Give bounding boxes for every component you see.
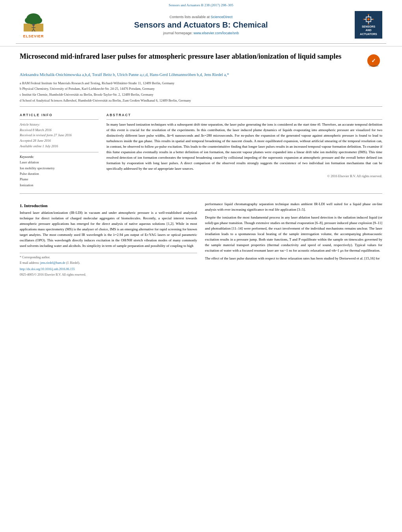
contents-line: Contents lists available at ScienceDirec… xyxy=(55,15,347,19)
available-date: Available online 1 July 2016 xyxy=(20,144,99,149)
svg-point-16 xyxy=(368,14,369,15)
svg-point-5 xyxy=(32,24,35,26)
introduction-heading: 1. Introduction xyxy=(20,203,197,208)
received-date: Received 8 March 2016 xyxy=(20,128,99,133)
journal-title: Sensors and Actuators B: Chemical xyxy=(55,20,347,30)
authors: Aleksandra Michalik-Onichimowska a,b,d, … xyxy=(20,72,382,78)
copyright: © 2016 Elsevier B.V. All rights reserved… xyxy=(106,174,382,178)
crossmark: ✓ CrossMark xyxy=(367,54,382,69)
keywords-section: Keywords: Laser ablation Ion mobility sp… xyxy=(20,155,99,188)
keyword-5: Ionization xyxy=(20,182,99,188)
svg-point-4 xyxy=(34,17,42,24)
sensors-logo-icon xyxy=(363,14,374,25)
article-title: Microsecond mid-infrared laser pulses fo… xyxy=(20,52,367,61)
page: Sensors and Actuators B 238 (2017) 298–3… xyxy=(0,0,402,532)
affiliation-b: b Physical Chemistry, University of Pots… xyxy=(20,86,382,92)
elsevier-logo: ELSEVIER xyxy=(16,12,51,38)
abstract-label: ABSTRACT xyxy=(106,113,382,117)
accepted-date: Accepted 28 June 2016 xyxy=(20,138,99,144)
main-content: 1. Introduction Infrared laser ablation/… xyxy=(0,196,402,278)
article-info-abstract: ARTICLE INFO Article history: Received 8… xyxy=(0,109,402,188)
doi-link[interactable]: http://dx.doi.org/10.1016/j.snb.2016.06.… xyxy=(20,267,197,272)
email-line: E-mail address: jens.riedel@bam.de (J. R… xyxy=(20,261,197,265)
elsevier-tree-icon xyxy=(22,12,45,33)
keyword-4: Plume xyxy=(20,176,99,182)
footnotes: * Corresponding author. E-mail address: … xyxy=(20,253,197,277)
article-info-column: ARTICLE INFO Article history: Received 8… xyxy=(20,113,99,188)
issn-line: 0925-4005/© 2016 Elsevier B.V. All right… xyxy=(20,272,197,277)
svg-point-3 xyxy=(25,17,33,24)
journal-header: Sensors and Actuators B 238 (2017) 298–3… xyxy=(0,0,402,46)
elsevier-label: ELSEVIER xyxy=(23,34,44,38)
keyword-2: Ion mobility spectrometry xyxy=(20,165,99,171)
body-left-column: 1. Introduction Infrared laser ablation/… xyxy=(20,202,197,278)
article-header: Microsecond mid-infrared laser pulses fo… xyxy=(0,46,402,107)
email-link[interactable]: jens.riedel@bam.de xyxy=(40,261,65,265)
intro-paragraph-1: Infrared laser ablation/ionization (IR-L… xyxy=(20,210,197,249)
keyword-3: Pulse duration xyxy=(20,171,99,176)
history-heading: Article history: xyxy=(20,122,99,128)
keyword-1: Laser ablation xyxy=(20,159,99,165)
svg-point-11 xyxy=(367,18,370,20)
svg-point-18 xyxy=(363,19,365,20)
article-history: Article history: Received 8 March 2016 R… xyxy=(20,122,99,149)
intro-paragraph-3: Despite the ionization the most fundamen… xyxy=(205,215,382,254)
corresponding-author: * Corresponding author. xyxy=(20,255,197,260)
svg-text:✓: ✓ xyxy=(371,57,376,64)
sciencedirect-link[interactable]: ScienceDirect xyxy=(211,15,233,19)
intro-paragraph-4: The effect of the laser pulse duration w… xyxy=(205,256,382,261)
svg-text:CrossMark: CrossMark xyxy=(369,65,379,67)
body-right-column: performance liquid chromatography separa… xyxy=(205,202,382,278)
affiliations: a BAM Federal Institute for Materials Re… xyxy=(20,81,382,103)
journal-homepage: journal homepage: www.elsevier.com/locat… xyxy=(55,31,347,35)
homepage-link[interactable]: www.elsevier.com/locate/snb xyxy=(194,31,239,35)
article-info-label: ARTICLE INFO xyxy=(20,113,99,117)
sensors-actuators-text: SENSORSANDACTUATORS xyxy=(360,25,377,35)
svg-point-19 xyxy=(373,19,374,20)
keywords-heading: Keywords: xyxy=(20,155,99,159)
received-revised-date: Received in revised form 27 June 2016 xyxy=(20,133,99,138)
affiliation-c: c Institut für Chemie, Humboldt-Universi… xyxy=(20,92,382,98)
journal-reference: Sensors and Actuators B 238 (2017) 298–3… xyxy=(16,3,386,7)
affiliation-d: d School of Analytical Sciences Adlersho… xyxy=(20,98,382,104)
affiliation-a: a BAM Federal Institute for Materials Re… xyxy=(20,81,382,86)
sensors-actuators-logo: SENSORSANDACTUATORS xyxy=(351,11,386,39)
abstract-text: In many laser based ionization technique… xyxy=(106,122,382,171)
intro-paragraph-2: performance liquid chromatography separa… xyxy=(205,202,382,213)
header-center: Contents lists available at ScienceDirec… xyxy=(51,15,351,35)
crossmark-icon: ✓ CrossMark xyxy=(367,54,381,68)
abstract-column: ABSTRACT In many laser based ionization … xyxy=(106,113,382,188)
